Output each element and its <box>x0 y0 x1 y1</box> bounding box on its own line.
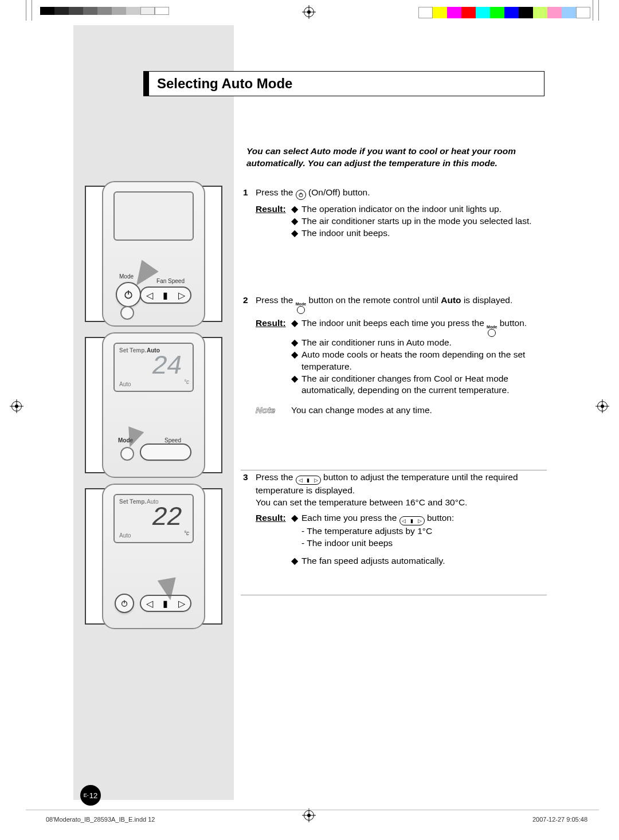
s2-bullet-2: Auto mode cools or heats the room depend… <box>301 349 547 373</box>
temp-unit: °c <box>184 379 189 385</box>
power-icon <box>296 190 306 200</box>
step2-text-a: Press the <box>256 295 296 305</box>
divider <box>241 470 547 470</box>
s1-bullet-1: The air conditioner starts up in the mod… <box>301 215 532 227</box>
speed-label: Speed <box>164 437 181 443</box>
power-button-icon <box>115 594 134 613</box>
s1-bullet-0: The operation indicator on the indoor un… <box>301 203 502 215</box>
s2-bullet-0a: The indoor unit beeps each time you pres… <box>301 318 487 328</box>
fanspeed-label: Fan Speed <box>156 278 185 284</box>
settemp-label: Set Temp. <box>119 347 146 354</box>
auto-small-label: Auto <box>119 532 131 539</box>
page-prefix: E- <box>84 792 89 798</box>
step3-line2: You can set the temperature between 16°C… <box>256 497 547 509</box>
result-label: Result <box>256 512 291 567</box>
s3-bullet0-a: Each time you press the <box>301 513 399 523</box>
mode-button-icon: Mode <box>296 302 306 314</box>
page-title: Selecting Auto Mode <box>157 76 292 92</box>
rocker-button-icon <box>140 443 191 461</box>
remote-illustration-3: Set Temp. Auto Auto 22 °c ◁▮▷ <box>85 488 222 625</box>
pointer-arrow-icon <box>158 578 179 602</box>
temp-rocker-icon: ◁▮▷ <box>296 476 321 485</box>
step-number: 2 <box>243 295 256 417</box>
mode-button-icon <box>120 306 134 320</box>
step1-text-b: (On/Off) button. <box>308 187 370 197</box>
registration-target-icon <box>304 810 314 823</box>
divider <box>241 595 547 595</box>
note-label: Note <box>256 405 291 417</box>
s1-bullet-2: The indoor unit beeps. <box>301 227 390 240</box>
s3-sub1: - The temperature adjusts by 1°C <box>301 525 547 537</box>
temp-rocker-icon: ◁▮▷ <box>399 516 425 525</box>
mode-button-icon <box>120 447 134 461</box>
temp-display: 24 <box>152 352 181 382</box>
s2-bullet-1: The air conditioner runs in Auto mode. <box>301 337 452 349</box>
step3-text-a: Press the <box>256 472 296 482</box>
result-label: Result <box>256 203 291 240</box>
step-number: 1 <box>243 187 256 240</box>
note-text: You can change modes at any time. <box>291 405 432 417</box>
registration-target-icon <box>304 7 314 19</box>
temp-unit: °c <box>184 530 189 536</box>
footer-timestamp: 2007-12-27 9:05:48 <box>532 816 587 823</box>
registration-target-icon <box>597 401 608 414</box>
registration-target-icon <box>11 401 22 414</box>
s3-sub2: - The indoor unit beeps <box>301 537 547 549</box>
step-1: 1 Press the (On/Off) button. Result ◆The… <box>243 187 547 240</box>
mode-button-icon: Mode <box>487 325 497 337</box>
step-3: 3 Press the ◁▮▷ button to adjust the tem… <box>243 472 547 567</box>
color-registration-bar <box>418 7 590 18</box>
page-number-badge: E-12 <box>80 785 101 806</box>
footer-divider <box>26 810 599 810</box>
remote-illustration-1: ◁▮▷ Mode Fan Speed <box>85 186 222 322</box>
s2-bullet-3: The air conditioner changes from Cool or… <box>301 373 547 397</box>
page-title-box: Selecting Auto Mode <box>143 71 544 96</box>
grayscale-registration-bar <box>40 7 169 15</box>
s3-bullet0-b: button: <box>425 513 455 523</box>
step-2: 2 Press the Mode button on the remote co… <box>243 295 547 417</box>
rocker-button-icon: ◁▮▷ <box>140 286 191 304</box>
temp-display: 22 <box>152 503 181 533</box>
step2-text-c: is displayed. <box>461 295 513 305</box>
remote-illustration-2: Set Temp. Auto Auto 24 °c Mode Speed <box>85 337 222 473</box>
s3-bullet1: The fan speed adjusts automatically. <box>301 555 445 567</box>
auto-small-label: Auto <box>119 381 131 387</box>
s2-bullet-0b: button. <box>497 318 527 328</box>
intro-text: You can select Auto mode if you want to … <box>246 146 546 170</box>
step1-text-a: Press the <box>256 187 296 197</box>
footer-filename: 08'Moderato_IB_28593A_IB_E.indd 12 <box>46 816 155 823</box>
step2-text-b: button on the remote control until <box>308 295 441 305</box>
settemp-label: Set Temp. <box>119 498 146 505</box>
page-number: 12 <box>89 791 97 800</box>
step2-auto-word: Auto <box>441 295 461 305</box>
result-label: Result <box>256 317 291 397</box>
step-number: 3 <box>243 472 256 567</box>
